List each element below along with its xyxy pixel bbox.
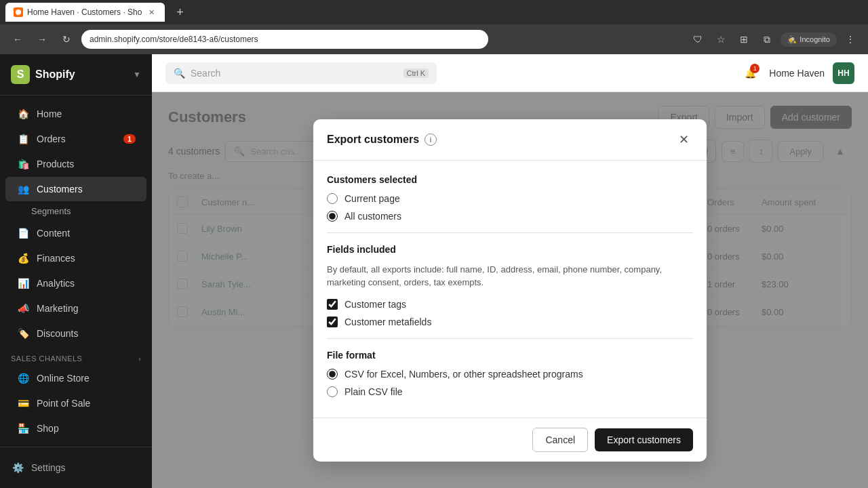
address-text: admin.shopify.com/store/de8143-a6/custom… — [90, 35, 258, 44]
customers-icon: 👥 — [16, 182, 30, 196]
all-customers-label: All customers — [344, 211, 401, 222]
orders-badge: 1 — [123, 134, 136, 144]
address-bar[interactable]: admin.shopify.com/store/de8143-a6/custom… — [81, 30, 488, 49]
modal-footer: Cancel Export customers — [313, 418, 707, 462]
bookmark-icon[interactable]: ☆ — [711, 30, 730, 49]
sidebar-item-content[interactable]: 📄 Content — [5, 221, 146, 245]
avatar[interactable]: HH — [833, 62, 854, 84]
finances-icon: 💰 — [16, 251, 30, 265]
products-icon: 🛍️ — [16, 157, 30, 171]
reload-button[interactable]: ↻ — [57, 30, 76, 49]
sidebar-item-home[interactable]: 🏠 Home — [5, 102, 146, 126]
sidebar-footer: ⚙️ Settings — [0, 447, 152, 488]
plain-csv-radio[interactable] — [327, 386, 338, 397]
sidebar-item-label: Home — [37, 108, 62, 119]
browser-tab[interactable]: Home Haven · Customers · Sho ✕ — [5, 3, 165, 22]
sidebar-item-analytics[interactable]: 📊 Analytics — [5, 271, 146, 296]
sales-channels-label: Sales channels — [11, 354, 82, 363]
sidebar-item-shop[interactable]: 🏪 Shop — [5, 416, 146, 441]
notifications-button[interactable]: 🔔 1 — [739, 62, 761, 84]
sidebar-item-label: Customers — [37, 184, 83, 195]
export-customers-button[interactable]: Export customers — [595, 428, 693, 451]
topbar-search[interactable]: 🔍 Search Ctrl K — [165, 62, 437, 84]
shopify-logo-icon: S — [11, 65, 30, 84]
sidebar-item-marketing[interactable]: 📣 Marketing — [5, 296, 146, 321]
incognito-label: Incognito — [800, 35, 830, 43]
incognito-button[interactable]: 🕵 Incognito — [781, 33, 837, 47]
tab-title: Home Haven · Customers · Sho — [27, 7, 142, 17]
sidebar-logo: S Shopify ▼ — [0, 54, 152, 96]
marketing-icon: 📣 — [16, 302, 30, 315]
modal-overlay: Export customers i ✕ Customers selected … — [152, 92, 868, 488]
sidebar-item-label: Discounts — [37, 328, 78, 339]
store-switcher-chevron[interactable]: ▼ — [133, 70, 141, 79]
sidebar-item-customers[interactable]: 👥 Customers — [5, 177, 146, 201]
csv-excel-radio[interactable] — [327, 369, 338, 380]
sidebar-item-label: Online Store — [37, 373, 90, 384]
export-customers-modal: Export customers i ✕ Customers selected … — [313, 119, 707, 462]
info-icon[interactable]: i — [425, 134, 437, 146]
menu-button[interactable]: ⋮ — [841, 30, 860, 49]
svg-point-0 — [16, 9, 21, 15]
settings-icon: ⚙️ — [11, 461, 24, 474]
sidebar-sub-customers: Segments — [0, 202, 152, 220]
sidebar-item-online-store[interactable]: 🌐 Online Store — [5, 366, 146, 390]
option-plain-csv[interactable]: Plain CSV file — [327, 386, 693, 397]
modal-close-button[interactable]: ✕ — [674, 130, 693, 149]
sidebar-item-label: Point of Sale — [37, 398, 90, 409]
modal-title-text: Export customers — [327, 134, 419, 146]
option-all-customers[interactable]: All customers — [327, 211, 693, 222]
tab-close-button[interactable]: ✕ — [146, 7, 157, 18]
option-current-page[interactable]: Current page — [327, 193, 693, 204]
search-icon: 🔍 — [174, 68, 185, 79]
settings-label: Settings — [31, 462, 66, 473]
csv-excel-label: CSV for Excel, Numbers, or other spreads… — [344, 369, 583, 380]
shopify-logo-text: Shopify — [35, 68, 75, 81]
browser-nav-actions: 🛡 ☆ ⊞ ⧉ 🕵 Incognito ⋮ — [688, 30, 860, 49]
option-customer-tags[interactable]: Customer tags — [327, 299, 693, 310]
split-view-icon[interactable]: ⧉ — [757, 30, 776, 49]
discounts-icon: 🏷️ — [16, 327, 30, 340]
sidebar-item-segments[interactable]: Segments — [31, 202, 152, 220]
section-file-format: File format — [327, 350, 693, 361]
store-name: Home Haven — [769, 68, 825, 79]
forward-button[interactable]: → — [33, 30, 52, 49]
sidebar-item-products[interactable]: 🛍️ Products — [5, 152, 146, 176]
page-content: Customers Export Import Add customer 4 c… — [152, 92, 868, 488]
extensions-icon[interactable]: ⊞ — [734, 30, 753, 49]
topbar: 🔍 Search Ctrl K 🔔 1 Home Haven HH — [152, 54, 868, 92]
search-kbd: Ctrl K — [403, 68, 429, 78]
sidebar-item-point-of-sale[interactable]: 💳 Point of Sale — [5, 391, 146, 415]
sales-channels-section[interactable]: Sales channels › — [0, 346, 152, 365]
orders-icon: 📋 — [16, 132, 30, 146]
sidebar-item-label: Shop — [37, 423, 59, 434]
customer-tags-checkbox[interactable] — [327, 299, 338, 310]
analytics-icon: 📊 — [16, 277, 30, 290]
sidebar-item-label: Marketing — [37, 303, 78, 314]
customer-metafields-checkbox[interactable] — [327, 317, 338, 327]
all-customers-radio[interactable] — [327, 211, 338, 222]
shield-icon[interactable]: 🛡 — [688, 30, 707, 49]
customer-tags-label: Customer tags — [344, 299, 406, 310]
back-button[interactable]: ← — [8, 30, 27, 49]
modal-divider-1 — [327, 232, 693, 233]
notification-badge: 1 — [750, 64, 760, 73]
current-page-radio[interactable] — [327, 193, 338, 204]
sidebar-item-label: Content — [37, 228, 70, 239]
cancel-button[interactable]: Cancel — [532, 428, 588, 452]
search-placeholder: Search — [191, 68, 220, 79]
apps-section[interactable]: Apps › — [0, 441, 152, 447]
incognito-icon: 🕵 — [787, 35, 797, 44]
fields-description: By default, all exports include: full na… — [327, 263, 693, 289]
sidebar-item-label: Products — [37, 159, 74, 169]
sidebar-item-finances[interactable]: 💰 Finances — [5, 246, 146, 270]
option-csv-excel[interactable]: CSV for Excel, Numbers, or other spreads… — [327, 369, 693, 380]
home-icon: 🏠 — [16, 107, 30, 121]
settings-link[interactable]: ⚙️ Settings — [11, 455, 141, 480]
main-content: 🔍 Search Ctrl K 🔔 1 Home Haven HH Custom… — [152, 54, 868, 488]
new-tab-button[interactable]: + — [170, 3, 189, 22]
sidebar-item-label: Orders — [37, 134, 66, 144]
sidebar-item-discounts[interactable]: 🏷️ Discounts — [5, 321, 146, 346]
option-customer-metafields[interactable]: Customer metafields — [327, 317, 693, 327]
sidebar-item-orders[interactable]: 📋 Orders 1 — [5, 127, 146, 151]
